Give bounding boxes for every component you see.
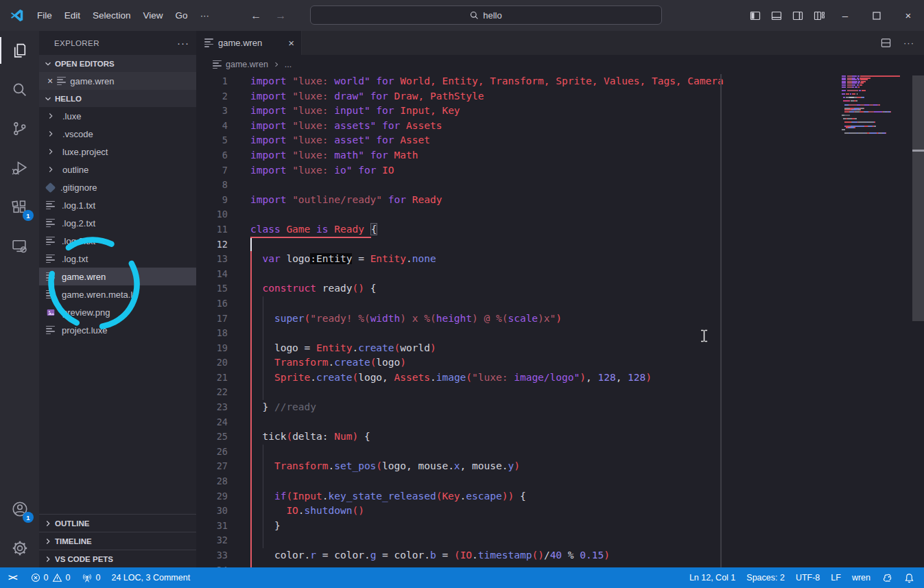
tree-item-luxe-project[interactable]: luxe.project	[39, 143, 196, 161]
code-line-6[interactable]: 6import "luxe: math" for Math	[196, 148, 924, 163]
back-arrow-icon[interactable]: ←	[248, 10, 263, 22]
code-line-13[interactable]: 13 var logo:Entity = Entity.none	[196, 252, 924, 267]
code-line-14[interactable]: 14	[196, 267, 924, 282]
code-line-8[interactable]: 8	[196, 178, 924, 193]
activity-explorer-icon[interactable]	[0, 31, 39, 70]
section-timeline[interactable]: TIMELINE	[39, 532, 196, 550]
tree-item-game-wren-meta-lx[interactable]: game.wren.meta.lx	[39, 285, 196, 303]
tree-item--log-2-txt[interactable]: .log.2.txt	[39, 214, 196, 232]
notifications-bell-icon[interactable]	[899, 573, 924, 583]
code-line-34[interactable]: 34	[196, 563, 924, 567]
tree-item--gitignore[interactable]: .gitignore	[39, 178, 196, 196]
code-line-24[interactable]: 24	[196, 415, 924, 430]
code-line-32[interactable]: 32	[196, 533, 924, 548]
toggle-primary-sidebar-icon[interactable]	[744, 0, 766, 31]
ports-indicator[interactable]: 0	[76, 567, 106, 588]
code-editor[interactable]: 1import "luxe: world" for World, Entity,…	[196, 74, 924, 567]
activity-run-debug-icon[interactable]	[0, 148, 39, 187]
problems-indicator[interactable]: 0 0	[25, 567, 76, 588]
toggle-secondary-sidebar-icon[interactable]	[787, 0, 808, 31]
tree-item-game-wren[interactable]: game.wren	[39, 268, 196, 285]
forward-arrow-icon[interactable]: →	[273, 10, 288, 22]
code-line-31[interactable]: 31 }	[196, 519, 924, 534]
eol-sequence[interactable]: LF	[825, 573, 846, 583]
tab-close-icon[interactable]: ×	[288, 37, 294, 49]
code-line-1[interactable]: 1import "luxe: world" for World, Entity,…	[196, 74, 924, 89]
code-line-15[interactable]: 15 construct ready() {	[196, 281, 924, 296]
code-line-4[interactable]: 4import "luxe: assets" for Assets	[196, 119, 924, 134]
code-line-7[interactable]: 7import "luxe: io" for IO	[196, 163, 924, 178]
activity-extensions-icon[interactable]: 1	[0, 187, 39, 226]
menu-file[interactable]: File	[31, 8, 58, 23]
code-line-9[interactable]: 9import "outline/ready" for Ready	[196, 193, 924, 208]
activity-remote-explorer-icon[interactable]	[0, 226, 39, 266]
explorer-actions-icon[interactable]: ···	[177, 37, 189, 49]
code-line-20[interactable]: 20 Transform.create(logo)	[196, 355, 924, 371]
menu-edit[interactable]: Edit	[58, 8, 86, 23]
tree-item--log-3-txt[interactable]: .log.3.txt	[39, 232, 196, 250]
tab-game-wren[interactable]: game.wren ×	[196, 31, 302, 55]
indentation[interactable]: Spaces: 2	[741, 573, 790, 583]
settings-gear-icon[interactable]	[0, 528, 39, 567]
code-line-19[interactable]: 19 logo = Entity.create(world)	[196, 341, 924, 356]
tree-item-preview-png[interactable]: preview.png	[39, 303, 196, 321]
menu-more[interactable]: ···	[194, 8, 216, 23]
tree-item-outline[interactable]: outline	[39, 161, 196, 178]
code-line-12[interactable]: 12	[196, 237, 924, 252]
code-line-33[interactable]: 33 color.r = color.g = color.b = (IO.tim…	[196, 548, 924, 563]
code-line-28[interactable]: 28	[196, 474, 924, 489]
tree-item-project-luxe[interactable]: project.luxe	[39, 321, 196, 339]
code-line-18[interactable]: 18	[196, 326, 924, 341]
close-button[interactable]: ×	[892, 0, 924, 31]
breadcrumb[interactable]: game.wren ...	[196, 55, 924, 74]
remote-indicator[interactable]: ><	[0, 567, 25, 588]
tree-item--vscode[interactable]: .vscode	[39, 125, 196, 143]
menu-go[interactable]: Go	[169, 8, 194, 23]
code-line-30[interactable]: 30 IO.shutdown()	[196, 504, 924, 519]
code-line-10[interactable]: 10	[196, 207, 924, 222]
activity-search-icon[interactable]	[0, 70, 39, 109]
open-editors-header[interactable]: OPEN EDITORS	[39, 55, 196, 72]
vscode-pets-squirrel-icon[interactable]	[876, 572, 899, 583]
scrollbar-thumb[interactable]	[912, 75, 924, 321]
editor-scrollbar[interactable]	[912, 74, 924, 567]
code-line-3[interactable]: 3import "luxe: input" for Input, Key	[196, 104, 924, 119]
customize-layout-icon[interactable]	[808, 0, 829, 31]
code-line-21[interactable]: 21 Sprite.create(logo, Assets.image("lux…	[196, 371, 924, 386]
code-line-23[interactable]: 23 } //ready	[196, 400, 924, 415]
language-mode[interactable]: wren	[846, 573, 876, 583]
activity-source-control-icon[interactable]	[0, 109, 39, 148]
close-icon[interactable]: ×	[47, 75, 53, 86]
code-line-25[interactable]: 25 tick(delta: Num) {	[196, 430, 924, 445]
folder-header-hello[interactable]: HELLO	[39, 90, 196, 107]
code-line-27[interactable]: 27 Transform.set_pos(logo, mouse.x, mous…	[196, 459, 924, 474]
menu-view[interactable]: View	[137, 8, 169, 23]
code-line-26[interactable]: 26	[196, 445, 924, 460]
tree-item--log-1-txt[interactable]: .log.1.txt	[39, 196, 196, 214]
code-line-22[interactable]: 22	[196, 385, 924, 400]
code-line-11[interactable]: 11class Game is Ready {	[196, 222, 924, 237]
section-outline[interactable]: OUTLINE	[39, 514, 196, 532]
code-line-16[interactable]: 16	[196, 296, 924, 311]
split-editor-icon[interactable]	[881, 38, 891, 48]
tree-item--luxe[interactable]: .luxe	[39, 107, 196, 125]
minimap[interactable]	[842, 75, 905, 136]
tree-item--log-txt[interactable]: .log.txt	[39, 250, 196, 268]
accounts-icon[interactable]: 1	[0, 489, 39, 528]
command-center-search[interactable]: hello	[310, 5, 662, 25]
cursor-position[interactable]: Ln 12, Col 1	[684, 573, 741, 583]
loc-counter[interactable]: 24 LOC, 3 Comment	[106, 567, 196, 588]
menu-selection[interactable]: Selection	[86, 8, 137, 23]
code-line-29[interactable]: 29 if(Input.key_state_released(Key.escap…	[196, 489, 924, 504]
toggle-panel-icon[interactable]	[766, 0, 787, 31]
file-icon	[204, 38, 213, 47]
maximize-button[interactable]	[861, 0, 892, 31]
minimize-button[interactable]: –	[829, 0, 861, 31]
code-line-17[interactable]: 17 super("ready! %(width) x %(height) @ …	[196, 311, 924, 327]
code-line-5[interactable]: 5import "luxe: asset" for Asset	[196, 133, 924, 148]
code-line-2[interactable]: 2import "luxe: draw" for Draw, PathStyle	[196, 89, 924, 104]
more-actions-icon[interactable]: ···	[903, 38, 914, 48]
section-vs-code-pets[interactable]: VS CODE PETS	[39, 550, 196, 567]
open-editor-game-wren[interactable]: × game.wren	[39, 72, 196, 90]
encoding[interactable]: UTF-8	[790, 573, 825, 583]
